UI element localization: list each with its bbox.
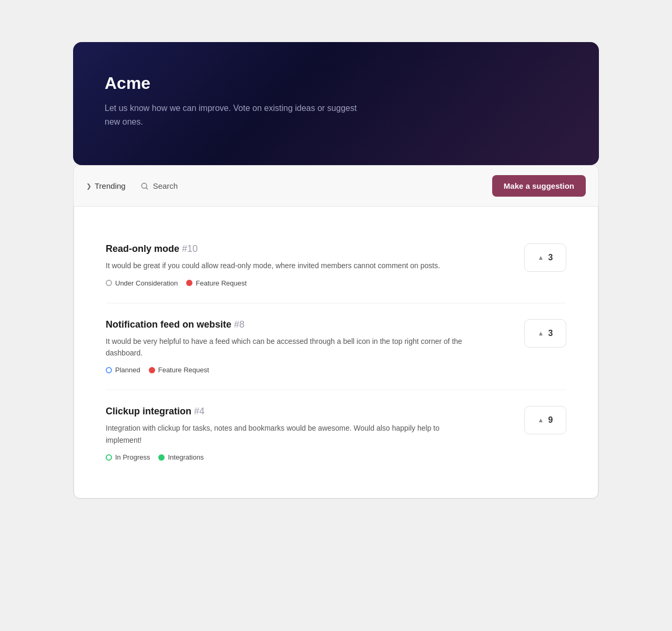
main-card: ❯ Trending Search Make a suggestion	[73, 165, 599, 499]
suggestion-tag: Under Consideration	[106, 279, 178, 287]
suggestion-tag: In Progress	[106, 453, 150, 461]
suggestion-tags: Planned Feature Request	[106, 366, 512, 374]
suggestion-content: Notification feed on website #8 It would…	[106, 319, 512, 374]
suggestions-list: Read-only mode #10 It would be great if …	[106, 228, 566, 477]
suggestion-tag: Integrations	[158, 453, 203, 461]
make-suggestion-button[interactable]: Make a suggestion	[492, 175, 586, 197]
hero-description: Let us know how we can improve. Vote on …	[105, 101, 368, 128]
vote-count: 3	[548, 253, 553, 262]
suggestion-description: It would be very helpful to have a feed …	[106, 335, 463, 359]
tag-dot-icon	[106, 367, 112, 373]
suggestion-tag: Feature Request	[186, 279, 247, 287]
issue-number: #4	[194, 406, 205, 416]
tag-dot-icon	[149, 367, 155, 373]
suggestion-tag: Feature Request	[149, 366, 209, 374]
tag-dot-icon	[106, 280, 112, 286]
content-area: Read-only mode #10 It would be great if …	[74, 207, 598, 498]
nav-left: ❯ Trending Search	[86, 181, 178, 190]
tag-dot-icon	[106, 454, 112, 461]
tag-dot-icon	[158, 454, 165, 461]
suggestion-title: Clickup integration #4	[106, 406, 512, 417]
suggestion-title: Read-only mode #10	[106, 243, 512, 255]
hero-banner: Acme Let us know how we can improve. Vot…	[73, 42, 599, 165]
tag-label: Feature Request	[196, 279, 247, 287]
vote-count: 3	[548, 329, 553, 338]
vote-button[interactable]: ▲ 9	[524, 406, 566, 434]
suggestion-content: Clickup integration #4 Integration with …	[106, 406, 512, 461]
search-nav-item[interactable]: Search	[140, 181, 178, 190]
upvote-arrow-icon: ▲	[538, 254, 544, 261]
tag-dot-icon	[186, 280, 192, 286]
suggestion-tags: In Progress Integrations	[106, 453, 512, 461]
vote-button[interactable]: ▲ 3	[524, 319, 566, 348]
tag-label: Planned	[115, 366, 140, 374]
upvote-arrow-icon: ▲	[538, 416, 544, 424]
search-icon	[140, 182, 149, 190]
trending-label: Trending	[95, 181, 126, 190]
chevron-right-icon: ❯	[86, 182, 91, 190]
suggestion-item: Clickup integration #4 Integration with …	[106, 390, 566, 477]
suggestion-description: It would be great if you could allow rea…	[106, 260, 463, 271]
suggestion-item: Read-only mode #10 It would be great if …	[106, 228, 566, 303]
trending-nav-item[interactable]: ❯ Trending	[86, 181, 126, 190]
issue-number: #8	[234, 319, 245, 330]
vote-button[interactable]: ▲ 3	[524, 243, 566, 272]
issue-number: #10	[182, 243, 198, 254]
upvote-arrow-icon: ▲	[538, 330, 544, 337]
svg-line-1	[146, 187, 147, 189]
suggestion-description: Integration with clickup for tasks, note…	[106, 422, 463, 446]
tag-label: In Progress	[115, 453, 150, 461]
page-container: Acme Let us know how we can improve. Vot…	[73, 42, 599, 499]
vote-count: 9	[548, 415, 553, 425]
tag-label: Integrations	[168, 453, 203, 461]
suggestion-content: Read-only mode #10 It would be great if …	[106, 243, 512, 287]
nav-bar: ❯ Trending Search Make a suggestion	[74, 166, 598, 207]
suggestion-item: Notification feed on website #8 It would…	[106, 303, 566, 391]
tag-label: Under Consideration	[115, 279, 178, 287]
suggestion-title: Notification feed on website #8	[106, 319, 512, 330]
tag-label: Feature Request	[158, 366, 209, 374]
suggestion-tag: Planned	[106, 366, 140, 374]
suggestion-tags: Under Consideration Feature Request	[106, 279, 512, 287]
search-label: Search	[153, 181, 178, 190]
hero-title: Acme	[105, 74, 567, 93]
